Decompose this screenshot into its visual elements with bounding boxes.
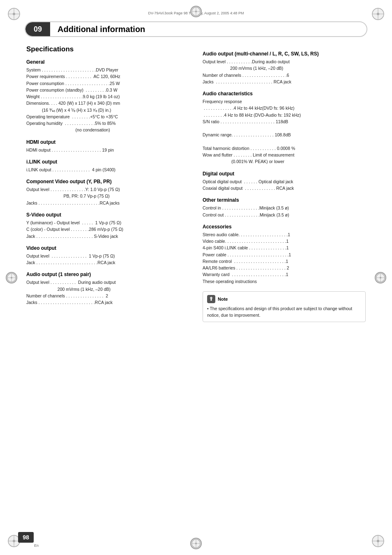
section-digital: Digital output Optical digital output . … bbox=[203, 171, 366, 192]
svg-point-15 bbox=[377, 540, 379, 542]
side-decoration-top bbox=[190, 6, 202, 17]
section-hdmi-title: HDMI output bbox=[26, 139, 189, 145]
main-content: Specifications General System . . . . . … bbox=[8, 45, 384, 322]
section-audio-multi: Audio output (multi-channel / L, R, C, S… bbox=[203, 51, 366, 85]
svg-point-19 bbox=[11, 276, 12, 278]
section-general-lines: System . . . . . . . . . . . . . . . . .… bbox=[26, 67, 189, 134]
section-accessories-title: Accessories bbox=[203, 224, 366, 230]
section-svideo: S-Video output Y (luminance) - Output le… bbox=[26, 212, 189, 240]
svg-point-3 bbox=[13, 13, 15, 15]
note-header: Note bbox=[207, 295, 361, 303]
section-svideo-lines: Y (luminance) - Output level . . . . . 1… bbox=[26, 219, 189, 240]
section-hdmi-lines: HDMI output . . . . . . . . . . . . . . … bbox=[26, 147, 189, 153]
note-label: Note bbox=[218, 297, 228, 302]
section-other-terminals-title: Other terminals bbox=[203, 197, 366, 203]
svg-rect-33 bbox=[211, 298, 212, 301]
section-other-terminals-lines: Control in . . . . . . . . . . . . . . .… bbox=[203, 205, 366, 218]
section-audio-stereo: Audio output (1 stereo pair) Output leve… bbox=[26, 272, 189, 306]
svg-point-23 bbox=[380, 276, 381, 278]
section-other-terminals: Other terminals Control in . . . . . . .… bbox=[203, 197, 366, 218]
page: DV-79AVi.book Page 98 Tuesday, August 2,… bbox=[0, 0, 392, 555]
section-ilink-title: i.LINK output bbox=[26, 159, 189, 165]
svg-point-11 bbox=[13, 540, 15, 542]
corner-decoration-tr bbox=[371, 7, 385, 21]
side-decoration-left bbox=[6, 272, 17, 283]
specs-main-title: Specifications bbox=[26, 45, 189, 53]
section-video-title: Video output bbox=[26, 245, 189, 251]
note-body: • The specifications and design of this … bbox=[207, 306, 361, 319]
section-ilink-lines: i.LINK output . . . . . . . . . . . . . … bbox=[26, 166, 189, 173]
chapter-title: Additional information bbox=[50, 25, 145, 34]
svg-point-27 bbox=[195, 543, 197, 544]
left-column: Specifications General System . . . . . … bbox=[26, 45, 189, 322]
chapter-header: 09 Additional information bbox=[25, 21, 367, 37]
section-digital-lines: Optical digital output . . . . . . Optic… bbox=[203, 178, 366, 192]
corner-decoration-tl bbox=[7, 7, 21, 21]
section-video: Video output Output level . . . . . . . … bbox=[26, 245, 189, 266]
section-audio-multi-title: Audio output (multi-channel / L, R, C, S… bbox=[203, 51, 366, 57]
side-decoration-right bbox=[375, 272, 386, 283]
section-audio-char-lines: Frequency response . . . . . . . . . . .… bbox=[203, 98, 366, 165]
section-component-lines: Output level . . . . . . . . . . . . . .… bbox=[26, 186, 189, 206]
section-general-title: General bbox=[26, 59, 189, 65]
svg-point-31 bbox=[195, 11, 197, 12]
section-digital-title: Digital output bbox=[203, 171, 366, 177]
section-audio-char: Audio characteristics Frequency response… bbox=[203, 91, 366, 165]
section-svideo-title: S-Video output bbox=[26, 212, 189, 218]
section-audio-stereo-title: Audio output (1 stereo pair) bbox=[26, 272, 189, 277]
page-number: 98 bbox=[18, 532, 34, 543]
note-box: Note • The specifications and design of … bbox=[203, 291, 366, 322]
svg-point-7 bbox=[377, 13, 379, 15]
section-ilink: i.LINK output i.LINK output . . . . . . … bbox=[26, 159, 189, 173]
chapter-number: 09 bbox=[25, 22, 50, 36]
corner-decoration-br bbox=[371, 534, 385, 548]
note-icon bbox=[207, 295, 215, 303]
right-column: Audio output (multi-channel / L, R, C, S… bbox=[203, 45, 366, 322]
section-component: Component Video output (Y, PB, PR) Outpu… bbox=[26, 179, 189, 206]
section-general: General System . . . . . . . . . . . . .… bbox=[26, 59, 189, 134]
side-decoration-bottom bbox=[190, 538, 202, 549]
section-accessories-lines: Stereo audio cable. . . . . . . . . . . … bbox=[203, 231, 366, 285]
section-accessories: Accessories Stereo audio cable. . . . . … bbox=[203, 224, 366, 285]
section-component-title: Component Video output (Y, PB, PR) bbox=[26, 179, 189, 184]
page-lang: En bbox=[34, 543, 39, 548]
section-hdmi: HDMI output HDMI output . . . . . . . . … bbox=[26, 139, 189, 153]
section-video-lines: Output level . . . . . . . . . . . . . .… bbox=[26, 253, 189, 266]
section-audio-char-title: Audio characteristics bbox=[203, 91, 366, 97]
section-audio-stereo-lines: Output level . . . . . . . . . . . Durin… bbox=[26, 279, 189, 306]
section-audio-multi-lines: Output level . . . . . . . . . . .During… bbox=[203, 58, 366, 85]
